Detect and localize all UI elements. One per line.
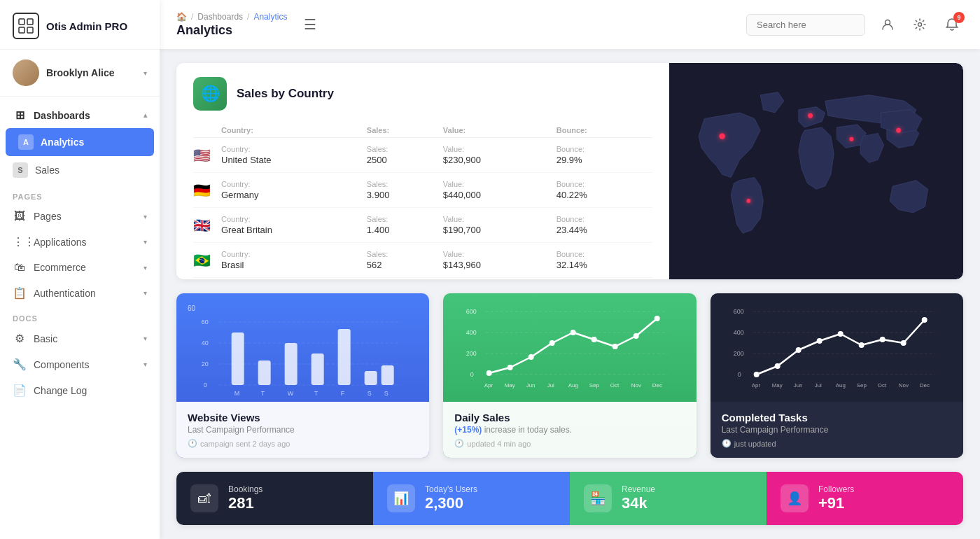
header-title-area: 🏠 / Dashboards / Analytics Analytics <box>176 12 287 38</box>
home-icon: 🏠 <box>176 12 187 22</box>
globe-icon: 🌐 <box>193 77 227 111</box>
bounce-cell: Bounce: 32.14% <box>556 243 652 278</box>
ecommerce-label: Ecommerce <box>34 262 86 273</box>
components-label: Components <box>34 359 89 370</box>
breadcrumb-dashboards: Dashboards <box>197 12 243 22</box>
stat-label: Revenue <box>622 484 655 494</box>
sidebar-item-authentication[interactable]: 📋 Authentication ▾ <box>0 280 160 306</box>
svg-text:T: T <box>261 390 265 397</box>
svg-text:May: May <box>505 382 515 388</box>
sidebar-item-changelog[interactable]: 📄 Change Log <box>0 377 160 403</box>
svg-text:Apr: Apr <box>484 382 493 388</box>
applications-chevron-icon: ▾ <box>144 238 147 246</box>
bounce-cell: Bounce: 29.9% <box>556 138 652 173</box>
stat-icon: 👤 <box>780 484 808 512</box>
stat-label: Bookings <box>228 484 262 494</box>
sidebar-item-analytics[interactable]: A Analytics <box>6 128 154 156</box>
daily-sales-info: Daily Sales (+15%) increase in today sal… <box>443 402 696 458</box>
changelog-icon: 📄 <box>13 384 27 397</box>
dashboards-label: Dashboards <box>34 110 90 121</box>
svg-text:Apr: Apr <box>751 382 760 388</box>
svg-point-47 <box>612 344 618 349</box>
hamburger-icon[interactable]: ☰ <box>304 16 316 33</box>
header-icons: 9 <box>876 13 963 36</box>
components-icon: 🔧 <box>13 358 27 371</box>
docs-section-title: DOCS <box>0 306 160 326</box>
svg-text:Dec: Dec <box>919 382 929 388</box>
svg-text:S: S <box>368 390 372 397</box>
pages-chevron-icon: ▾ <box>144 213 147 220</box>
main-content: 🏠 / Dashboards / Analytics Analytics ☰ <box>160 0 980 539</box>
settings-icon[interactable] <box>909 13 931 36</box>
sidebar-item-sales[interactable]: S Sales <box>0 156 160 184</box>
svg-rect-1 <box>27 19 33 24</box>
svg-text:F: F <box>341 390 345 397</box>
stats-row: 🛋 Bookings 281 📊 Today's Users 2,300 🏪 R… <box>176 472 963 525</box>
completed-tasks-subtitle: Last Campaign Performance <box>722 425 952 435</box>
notifications-icon[interactable]: 9 <box>941 13 963 36</box>
notification-badge: 9 <box>953 12 965 23</box>
completed-tasks-card: 600 400 200 0 <box>710 293 963 458</box>
website-views-chart: 60 60 40 20 0 <box>176 293 429 402</box>
stat-value: +91 <box>818 494 854 512</box>
svg-text:Jun: Jun <box>793 382 802 388</box>
user-profile[interactable]: Brooklyn Alice ▾ <box>0 50 160 97</box>
pages-section-title: PAGES <box>0 184 160 204</box>
user-icon[interactable] <box>876 13 899 36</box>
svg-point-43 <box>528 354 534 360</box>
table-row: 🇬🇧 Country: Great Britain Sales: 1.400 V… <box>193 208 652 243</box>
svg-text:40: 40 <box>202 340 209 346</box>
svg-rect-24 <box>365 371 377 385</box>
svg-point-67 <box>753 372 759 377</box>
website-views-info: Website Views Last Campaign Performance … <box>176 402 429 458</box>
clock-icon: 🕐 <box>188 439 197 448</box>
daily-sales-meta: 🕐 updated 4 min ago <box>454 439 685 448</box>
svg-text:0: 0 <box>204 382 207 388</box>
svg-rect-21 <box>285 343 298 385</box>
sidebar-item-pages[interactable]: 🖼 Pages ▾ <box>0 204 160 229</box>
svg-text:T: T <box>314 390 318 397</box>
auth-label: Authentication <box>34 288 96 299</box>
col-value: Value: <box>443 123 556 138</box>
svg-text:20: 20 <box>202 360 209 368</box>
stat-value: 34k <box>622 494 655 512</box>
svg-text:Jun: Jun <box>526 382 536 388</box>
sidebar-item-components[interactable]: 🔧 Components ▾ <box>0 351 160 377</box>
clock-icon-3: 🕐 <box>722 439 732 448</box>
svg-text:Nov: Nov <box>631 382 641 388</box>
svg-text:M: M <box>234 390 240 397</box>
col-sales: Sales: <box>367 123 443 138</box>
pages-icon: 🖼 <box>13 210 27 223</box>
sidebar-item-dashboards[interactable]: ⊞ Dashboards ▴ <box>0 102 160 128</box>
table-row: 🇧🇷 Country: Brasil Sales: 562 Value: $14… <box>193 243 652 278</box>
daily-sales-title: Daily Sales <box>454 412 685 424</box>
svg-point-45 <box>570 330 576 335</box>
sidebar-item-applications[interactable]: ⋮⋮ Applications ▾ <box>0 229 160 255</box>
svg-point-48 <box>634 333 639 339</box>
sales-cell: Sales: 562 <box>367 243 443 278</box>
svg-text:Jul: Jul <box>547 382 554 388</box>
svg-text:Dec: Dec <box>652 382 662 388</box>
svg-text:Sep: Sep <box>589 382 600 388</box>
svg-point-5 <box>918 23 922 27</box>
sidebar-item-basic[interactable]: ⚙ Basic ▾ <box>0 326 160 351</box>
svg-rect-2 <box>19 27 24 33</box>
search-input[interactable] <box>746 14 865 36</box>
charts-row: 60 60 40 20 0 <box>176 293 963 458</box>
svg-point-49 <box>654 316 660 321</box>
svg-rect-20 <box>258 360 271 385</box>
svg-text:Jul: Jul <box>814 382 821 388</box>
svg-point-42 <box>507 365 513 370</box>
header: 🏠 / Dashboards / Analytics Analytics ☰ <box>160 0 980 49</box>
svg-text:Nov: Nov <box>898 382 908 388</box>
flag-icon: 🇬🇧 <box>193 218 211 233</box>
sidebar-nav: ⊞ Dashboards ▴ A Analytics S Sales PAGES… <box>0 97 160 409</box>
sidebar-item-ecommerce[interactable]: 🛍 Ecommerce ▾ <box>0 255 160 280</box>
sales-label: Sales <box>35 164 59 176</box>
sales-cell: Sales: 1.400 <box>367 208 443 243</box>
daily-sales-chart: 600 400 200 0 <box>443 293 696 402</box>
sales-card-title: Sales by Country <box>237 87 334 101</box>
value-cell: Value: $190,700 <box>443 208 556 243</box>
ecommerce-icon: 🛍 <box>13 261 27 274</box>
clock-icon-2: 🕐 <box>454 439 464 448</box>
